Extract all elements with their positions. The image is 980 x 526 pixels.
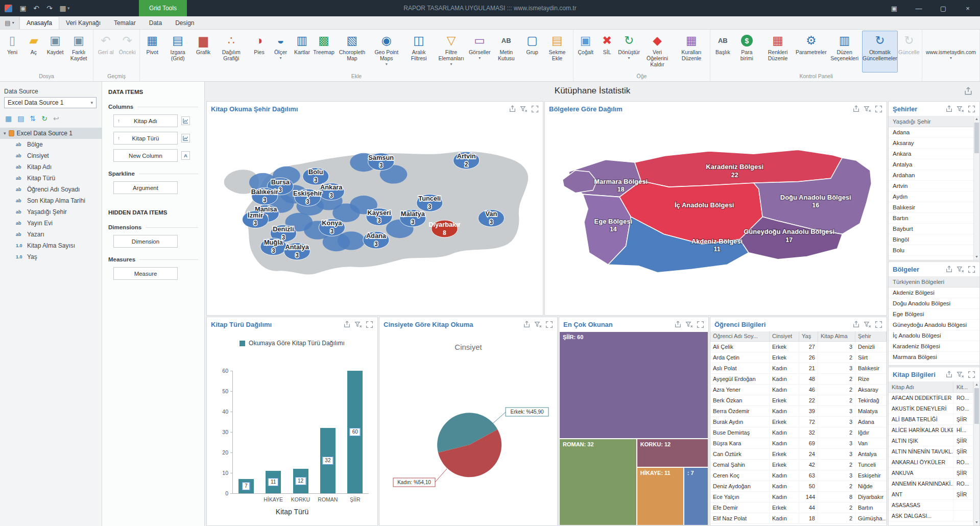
ribbon-button-parametreler[interactable]: ⚙Parametreler: [796, 31, 827, 73]
maximize-icon[interactable]: [875, 105, 882, 113]
ribbon-button-geo-point-maps[interactable]: ◉Geo Point Maps▾: [369, 31, 403, 73]
tab-design[interactable]: Design: [169, 16, 201, 29]
books-list-row[interactable]: ANKARALI ÖYKÜLERRO...: [889, 457, 973, 468]
filter-icon[interactable]: [864, 321, 871, 328]
ribbon-button-sekme-ekle[interactable]: ▤Sekme Ekle: [543, 31, 571, 73]
grid-tools-contextual-tab[interactable]: Grid Tools: [139, 0, 187, 16]
ribbon-button-veri-elerini-kald-r[interactable]: ◆Veri Öğelerini Kaldır: [640, 31, 675, 73]
ribbon-button-treemap[interactable]: ▩Treemap: [313, 31, 334, 73]
file-menu-button[interactable]: ▤ ▾: [0, 16, 19, 29]
list-item-artvin[interactable]: Artvin: [889, 181, 973, 192]
table-row[interactable]: Efe DemirErkek442Bartın: [710, 503, 887, 513]
ribbon-button-izgara-grid[interactable]: ▤Izgara (Grid): [163, 31, 193, 73]
list-item-ardahan[interactable]: Ardahan: [889, 170, 973, 181]
scroll-down-icon[interactable]: ▼: [974, 254, 979, 260]
maximize-icon[interactable]: [875, 321, 882, 328]
tree-root-item[interactable]: ▾Excel Data Source 1: [0, 128, 102, 139]
ribbon-button-d-n-t-r[interactable]: ↻Dönüştür▾: [618, 31, 640, 73]
panel-toggle-icon[interactable]: ▣: [882, 0, 906, 16]
column-chip-kitap-turu[interactable]: ↑Kitap Türü: [113, 132, 178, 145]
maximize-icon[interactable]: [968, 266, 975, 273]
table-row[interactable]: Elif Naz PolatKadın182Gümüşha...: [710, 513, 887, 524]
list-item-marmara-b-lgesi[interactable]: Marmara Bölgesi: [889, 352, 979, 363]
books-column-header-kitap-ad[interactable]: Kitap Adı: [889, 381, 953, 392]
tree-field-kitap-ad[interactable]: abKitap Adı: [0, 161, 102, 173]
scrollbar-thumb[interactable]: [974, 388, 979, 424]
ribbon-button-o-alt[interactable]: ▣Çoğalt: [575, 31, 596, 73]
measure-chip[interactable]: Measure: [113, 267, 178, 280]
list-item-ankara[interactable]: Ankara: [889, 149, 973, 159]
table-row[interactable]: Berk ÖzkanErkek222Tekirdağ: [710, 395, 887, 406]
table-row[interactable]: Cemal ŞahinErkek422Tunceli: [710, 460, 887, 470]
tab-data[interactable]: Data: [142, 16, 169, 29]
list-item-bayburt[interactable]: Bayburt: [889, 224, 973, 234]
books-list-row[interactable]: AKUSTİK DENEYLERİRO...: [889, 403, 973, 414]
export-icon[interactable]: [343, 321, 351, 328]
table-column-header-kitap-alma[interactable]: Kitap Alma: [818, 331, 855, 341]
treemap-block-7[interactable]: : 7: [684, 467, 708, 525]
tree-field-ya-ad-ehir[interactable]: abYaşadığı Şehir: [0, 206, 102, 218]
list-item-akdeniz-b-lgesi[interactable]: Akdeniz Bölgesi: [889, 288, 979, 298]
table-row[interactable]: Azra YenerKadın462Aksaray: [710, 385, 887, 395]
books-list-row[interactable]: ANKUVAŞİİR: [889, 468, 973, 479]
maximize-icon[interactable]: [545, 321, 553, 328]
list-item-adana[interactable]: Adana: [889, 127, 973, 138]
table-column-header-ehir[interactable]: Şehir: [855, 331, 887, 341]
filter-icon[interactable]: [957, 105, 964, 113]
data-source-select[interactable]: Excel Data Source 1 ▾: [4, 97, 97, 108]
argument-chip[interactable]: Argument: [113, 181, 178, 194]
qat-undo-icon[interactable]: ↶: [30, 4, 43, 12]
scroll-down-icon[interactable]: ▼: [974, 519, 979, 525]
tab-temalar[interactable]: Temalar: [107, 16, 142, 29]
table-column-header-renci-ad-soy[interactable]: Öğrenci Adı Soy...: [710, 331, 770, 341]
maximize-icon[interactable]: [366, 321, 373, 328]
books-list-row[interactable]: ANNEMİN KARNINDAKİ...RO...: [889, 479, 973, 489]
tree-field-yay-n-evi[interactable]: abYayın Evi: [0, 218, 102, 229]
list-item-bolu[interactable]: Bolu: [889, 245, 973, 256]
list-item-g-neydo-u-anadolu-b-lgesi[interactable]: Güneydoğu Anadolu Bölgesi: [889, 320, 979, 330]
books-list-row[interactable]: ALTIN IŞIKŞİİR: [889, 436, 973, 446]
ribbon-button-farkl-kaydet[interactable]: ▣Farklı Kaydet: [66, 31, 91, 73]
field-format-icon[interactable]: A: [181, 151, 190, 160]
table-row[interactable]: Ece YalçınKadın1448Diyarbakır: [710, 492, 887, 503]
ribbon-button-kurallar-d-zenle[interactable]: ▦Kuralları Düzenle: [674, 31, 708, 73]
tree-field-yazar[interactable]: abYazarı: [0, 229, 102, 240]
treemap-block-i-i-r-60[interactable]: ŞİİR: 60: [559, 331, 708, 439]
books-list-row[interactable]: ASASASAS: [889, 500, 973, 511]
ribbon-button-grafik[interactable]: ▆Grafik: [193, 31, 214, 73]
table-row[interactable]: Ayşegül ErdoğanKadın482Rize: [710, 374, 887, 385]
ribbon-button-da-l-m-grafi-i[interactable]: ∴Dağılım Grafiği: [214, 31, 248, 73]
table-row[interactable]: Berra ÖzdemirKadın393Malatya: [710, 406, 887, 417]
ribbon-button-ba-l-k[interactable]: ABBaşlık: [712, 31, 733, 73]
export-icon[interactable]: [852, 105, 860, 113]
table-row[interactable]: Büşra KaraKadın693Van: [710, 438, 887, 449]
filter-icon[interactable]: [520, 105, 528, 113]
ribbon-button-renkleri-d-zenle[interactable]: ▦Renkleri Düzenle: [760, 31, 795, 73]
group-view-icon[interactable]: ▤: [17, 115, 24, 122]
ribbon-button-choropleth-map[interactable]: ▧Choropleth Map: [335, 31, 369, 73]
field-chart-icon[interactable]: [181, 116, 190, 125]
ribbon-button-yeni[interactable]: ▯Yeni: [2, 31, 23, 73]
tree-field-ya[interactable]: 1.0Yaş: [0, 251, 102, 262]
maximize-icon[interactable]: [968, 371, 975, 378]
treemap-block-hi-kaye-11[interactable]: HİKAYE: 11: [637, 467, 684, 525]
books-list-row[interactable]: ALİCE HARİKALAR ÜLKESİHİ...: [889, 425, 973, 436]
ribbon-button-g-rseller[interactable]: ▭Görseller▾: [468, 31, 491, 73]
ribbon-button-filtre-elemanlar[interactable]: ▽Filtre Elemanları▾: [434, 31, 468, 73]
minimize-icon[interactable]: —: [906, 0, 931, 16]
ribbon-button-para-birimi[interactable]: $Para birimi: [733, 31, 760, 73]
books-column-header-kit[interactable]: Kit...: [953, 381, 973, 392]
table-row[interactable]: Ceren KoçKadın633Eskişehir: [710, 470, 887, 481]
ribbon-button-pivot[interactable]: ▦Pivot: [141, 31, 163, 73]
list-item-antalya[interactable]: Antalya: [889, 159, 973, 170]
list-item-do-u-anadolu-b-lgesi[interactable]: Doğu Anadolu Bölgesi: [889, 298, 979, 309]
ribbon-button-d-zen-se-enekleri[interactable]: ▥Düzen Seçenekleri: [827, 31, 862, 73]
ribbon-button-www-ismetaydin-com[interactable]: www.ismetaydin.com▾: [924, 31, 978, 73]
table-row[interactable]: Burak AydınErkek723Adana: [710, 417, 887, 427]
scroll-up-icon[interactable]: ▲: [974, 116, 979, 122]
tree-expand-icon[interactable]: ▾: [4, 131, 6, 136]
tree-field-b-lge[interactable]: abBölge: [0, 139, 102, 150]
ribbon-button-si-l[interactable]: ✖SİL: [596, 31, 618, 73]
filter-icon[interactable]: [685, 321, 693, 328]
ribbon-button-kartlar[interactable]: ▥Kartlar: [291, 31, 313, 73]
